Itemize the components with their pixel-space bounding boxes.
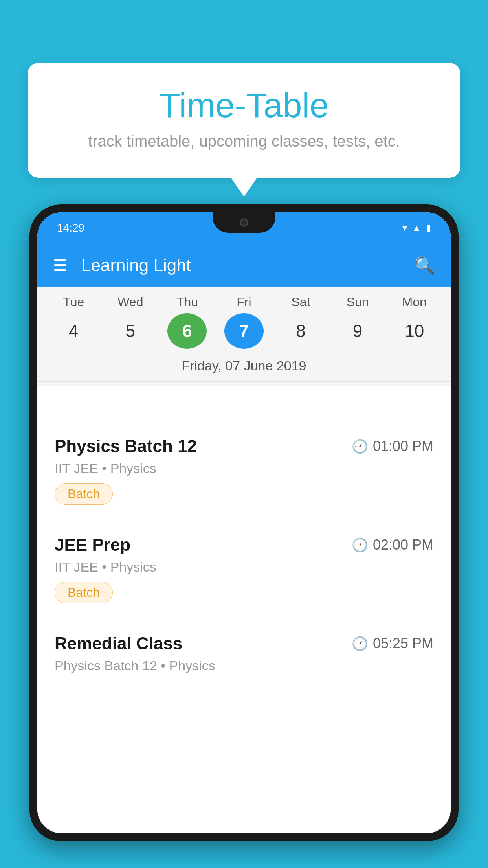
schedule-item-time: 🕐 02:00 PM: [352, 537, 433, 553]
schedule-item[interactable]: Remedial Class 🕐 05:25 PM Physics Batch …: [37, 618, 451, 695]
phone-notch: [213, 212, 275, 233]
batch-badge: Batch: [55, 483, 113, 505]
clock-icon: 🕐: [352, 438, 368, 454]
day-number[interactable]: 9: [338, 313, 377, 349]
phone-container: 14:29 ▾ ▲ ▮ ☰ Learning Light 🔍 TueWedThu…: [29, 204, 459, 868]
app-title: Learning Light: [81, 256, 415, 275]
schedule-item-title: Remedial Class: [55, 634, 182, 653]
status-time: 14:29: [57, 222, 84, 234]
tooltip-card: Time-Table track timetable, upcoming cla…: [28, 63, 460, 178]
calendar-section: TueWedThuFriSatSunMon 45678910 Friday, 0…: [37, 287, 451, 386]
phone-frame: 14:29 ▾ ▲ ▮ ☰ Learning Light 🔍 TueWedThu…: [29, 204, 459, 841]
camera: [240, 218, 248, 227]
day-number[interactable]: 4: [54, 313, 93, 349]
schedule-item-meta: Physics Batch 12 • Physics: [55, 658, 433, 673]
signal-icon: ▲: [412, 223, 421, 234]
day-number[interactable]: 5: [111, 313, 150, 349]
schedule-item-header: Physics Batch 12 🕐 01:00 PM: [55, 436, 433, 456]
schedule-item-time: 🕐 01:00 PM: [352, 438, 433, 454]
schedule-item-title: JEE Prep: [55, 535, 130, 555]
app-bar: ☰ Learning Light 🔍: [37, 244, 451, 287]
day-number[interactable]: 8: [281, 313, 321, 349]
day-number[interactable]: 10: [395, 313, 434, 349]
day-header[interactable]: Sat: [281, 295, 321, 309]
day-header[interactable]: Tue: [54, 295, 93, 309]
day-numbers: 45678910: [37, 313, 451, 355]
day-header[interactable]: Wed: [111, 295, 150, 309]
day-number[interactable]: 7: [224, 313, 264, 349]
schedule-item-meta: IIT JEE • Physics: [55, 559, 433, 575]
status-bar: 14:29 ▾ ▲ ▮: [37, 212, 451, 244]
search-icon[interactable]: 🔍: [415, 256, 435, 275]
day-header[interactable]: Fri: [224, 295, 264, 309]
day-header[interactable]: Sun: [338, 295, 377, 309]
status-icons: ▾ ▲ ▮: [402, 223, 431, 234]
schedule-item-header: Remedial Class 🕐 05:25 PM: [55, 634, 433, 653]
selected-date-label: Friday, 07 June 2019: [37, 355, 451, 382]
schedule-item[interactable]: JEE Prep 🕐 02:00 PM IIT JEE • Physics Ba…: [37, 519, 451, 618]
wifi-icon: ▾: [402, 223, 407, 234]
schedule-list: Physics Batch 12 🕐 01:00 PM IIT JEE • Ph…: [37, 421, 451, 833]
schedule-item[interactable]: Physics Batch 12 🕐 01:00 PM IIT JEE • Ph…: [37, 421, 451, 519]
schedule-item-title: Physics Batch 12: [55, 436, 197, 456]
clock-icon: 🕐: [352, 537, 368, 553]
phone-screen: 14:29 ▾ ▲ ▮ ☰ Learning Light 🔍 TueWedThu…: [37, 212, 451, 833]
schedule-item-time: 🕐 05:25 PM: [352, 635, 433, 652]
schedule-item-meta: IIT JEE • Physics: [55, 461, 433, 476]
tooltip-title: Time-Table: [55, 86, 433, 125]
hamburger-icon[interactable]: ☰: [53, 257, 67, 273]
schedule-item-header: JEE Prep 🕐 02:00 PM: [55, 535, 433, 555]
day-header[interactable]: Thu: [167, 295, 207, 309]
tooltip-subtitle: track timetable, upcoming classes, tests…: [55, 132, 433, 150]
clock-icon: 🕐: [352, 636, 368, 651]
day-header[interactable]: Mon: [395, 295, 434, 309]
day-number[interactable]: 6: [167, 313, 207, 349]
battery-icon: ▮: [426, 223, 431, 234]
batch-badge: Batch: [55, 582, 113, 603]
day-headers: TueWedThuFriSatSunMon: [37, 295, 451, 313]
